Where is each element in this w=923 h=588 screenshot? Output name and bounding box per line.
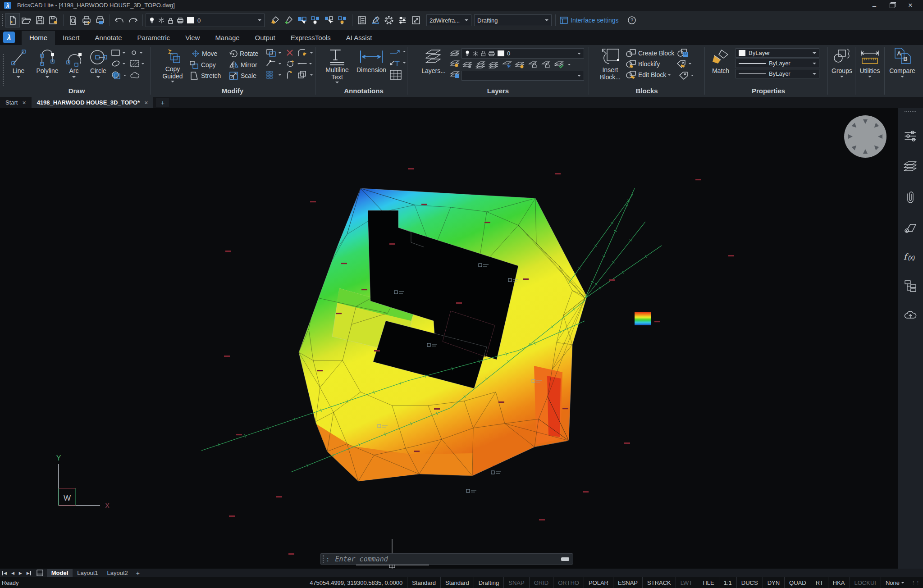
ribbon-tab-home[interactable]: Home: [22, 31, 55, 45]
scale-button[interactable]: Scale: [229, 71, 256, 80]
print-button[interactable]: [80, 14, 93, 27]
command-bar-grip[interactable]: [323, 555, 324, 563]
ribbon-grip[interactable]: [3, 54, 5, 86]
layer-on-button[interactable]: [450, 59, 460, 68]
application-button[interactable]: λ: [3, 32, 15, 43]
new-file-button[interactable]: [5, 13, 20, 27]
toolbar-grip[interactable]: [2, 14, 4, 26]
layout-tab-model[interactable]: Model: [47, 569, 73, 577]
status-toggle-lockui[interactable]: LOCKUI: [850, 577, 881, 588]
point-button[interactable]: [130, 49, 142, 57]
status-toggle-standard[interactable]: Standard: [407, 577, 440, 588]
open-file-button[interactable]: [20, 14, 33, 27]
status-toggle-grid[interactable]: GRID: [529, 577, 553, 588]
polyline-edit-button[interactable]: [266, 59, 281, 68]
layout-tab-layout1[interactable]: Layout1: [73, 569, 102, 577]
fullscreen-button[interactable]: [409, 14, 423, 27]
table-button[interactable]: [389, 69, 402, 80]
offset-button[interactable]: [266, 49, 281, 57]
ribbon-tab-expresstools[interactable]: ExpressTools: [283, 31, 338, 45]
edit-block-button[interactable]: Edit Block: [626, 70, 671, 79]
redo-button[interactable]: [126, 14, 140, 27]
minimize-button[interactable]: –: [865, 2, 883, 9]
color-dropdown[interactable]: ByLayer: [736, 48, 819, 58]
stretch-button[interactable]: Stretch: [189, 71, 221, 80]
attribute-manage-button[interactable]: [678, 71, 694, 80]
attachments-paperclip-icon[interactable]: [905, 190, 916, 205]
close-icon[interactable]: ×: [22, 99, 26, 106]
close-icon[interactable]: ×: [144, 99, 148, 106]
match-properties-ribbon-button[interactable]: Match: [708, 47, 733, 74]
layer-state-button[interactable]: [554, 60, 566, 69]
status-toggle-standard[interactable]: Standard: [440, 577, 474, 588]
insert-block-button[interactable]: Insert Block...: [596, 46, 625, 81]
compare-button[interactable]: AB Compare: [886, 46, 918, 77]
layers-manager-button[interactable]: Layers...: [420, 47, 447, 74]
ribbon-tab-insert[interactable]: Insert: [55, 31, 87, 45]
status-toggle-quad[interactable]: QUAD: [784, 577, 811, 588]
ribbon-tab-view[interactable]: View: [178, 31, 207, 45]
properties-panel-icon[interactable]: [904, 130, 917, 142]
structure-tree-icon[interactable]: [904, 279, 917, 292]
layer-freeze-button[interactable]: [502, 60, 512, 69]
circle-button[interactable]: Circle: [87, 47, 110, 78]
join-button[interactable]: [298, 59, 312, 68]
array-button[interactable]: [266, 70, 281, 79]
restore-button[interactable]: [883, 2, 901, 9]
ribbon-tab-annotate[interactable]: Annotate: [87, 31, 130, 45]
layer-lock-button[interactable]: [528, 60, 539, 69]
attribute-define-button[interactable]: [676, 59, 691, 68]
next-layout-button[interactable]: ▶: [17, 571, 24, 575]
interface-settings-button[interactable]: Interface settings: [559, 16, 619, 24]
drawing-canvas[interactable]: YXW : Enter command: [0, 108, 898, 569]
save-button[interactable]: [33, 14, 47, 27]
linetype-dropdown[interactable]: ByLayer: [736, 69, 819, 78]
save-block-button[interactable]: [677, 48, 689, 58]
doc-tab-active-drawing[interactable]: 4198_HARWOOD HOUSE_3D_TOPO*×: [32, 97, 154, 108]
leader-button[interactable]: [389, 48, 406, 55]
layer-unlock-button[interactable]: [541, 60, 552, 69]
undo-button[interactable]: [113, 14, 126, 27]
dimension-button[interactable]: Dimension: [354, 47, 388, 73]
hatch-button[interactable]: [130, 59, 144, 68]
sheet-sets-icon[interactable]: [903, 222, 918, 234]
chevron-down-icon[interactable]: [568, 64, 571, 65]
select-add-button[interactable]: [295, 14, 309, 27]
status-toggle-esnap[interactable]: ESNAP: [613, 577, 642, 588]
current-layer-control[interactable]: 0: [146, 14, 265, 27]
ribbon-tab-ai-assist[interactable]: AI Assist: [338, 31, 380, 45]
ribbon-tab-output[interactable]: Output: [247, 31, 283, 45]
lineweight-dropdown[interactable]: ByLayer: [736, 59, 819, 68]
line-button[interactable]: Line: [7, 47, 30, 78]
doc-tab-start[interactable]: Start×: [0, 97, 32, 108]
ellipse-button[interactable]: [111, 59, 125, 68]
command-bar[interactable]: : Enter command: [320, 553, 573, 565]
rotate-button[interactable]: Rotate: [229, 50, 258, 58]
layers-panel-icon[interactable]: [903, 160, 918, 173]
status-toggle-strack[interactable]: STRACK: [642, 577, 676, 588]
status-toggle-lwt[interactable]: LWT: [676, 577, 697, 588]
command-input[interactable]: Enter command: [335, 555, 388, 563]
last-layout-button[interactable]: ▶: [24, 571, 33, 575]
prev-layout-button[interactable]: ◀: [9, 571, 17, 575]
copy-nested-button[interactable]: [297, 70, 313, 79]
status-toggle-drafting[interactable]: Drafting: [474, 577, 504, 588]
move-button[interactable]: Move: [191, 50, 217, 58]
revision-cloud-button[interactable]: [130, 70, 142, 80]
copy-guided-button[interactable]: Copy Guided: [157, 47, 188, 82]
pick-color-button[interactable]: [282, 14, 295, 27]
adjust-sliders-button[interactable]: [396, 14, 409, 27]
groups-button[interactable]: Groups: [829, 46, 854, 77]
multileader-button[interactable]: [389, 59, 406, 67]
gradient-button[interactable]: [111, 70, 126, 80]
status-toggle-ducs[interactable]: DUCS: [736, 577, 763, 588]
cloud-upload-icon[interactable]: [903, 309, 918, 320]
create-block-button[interactable]: Create Block: [626, 49, 674, 58]
layer-list-dropdown[interactable]: 0: [462, 48, 584, 59]
select-window-button[interactable]: [322, 14, 336, 27]
select-lighting-button[interactable]: [336, 14, 349, 27]
close-button[interactable]: ×: [901, 1, 919, 10]
status-toggle-tile[interactable]: TILE: [697, 577, 718, 588]
utilities-button[interactable]: Utilities: [857, 46, 883, 77]
status-toggle-rt[interactable]: RT: [811, 577, 828, 588]
